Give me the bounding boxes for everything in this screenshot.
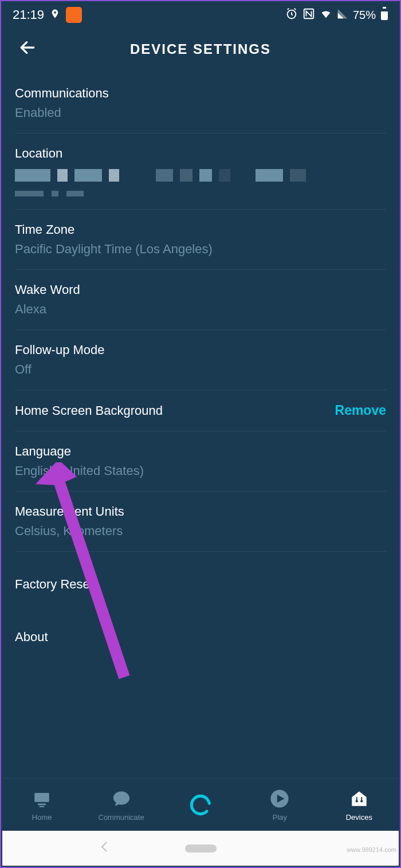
setting-label: Communications [15, 86, 386, 101]
back-arrow-icon[interactable] [18, 38, 37, 61]
setting-value: Pacific Daylight Time (Los Angeles) [15, 242, 386, 257]
svg-rect-17 [361, 797, 362, 800]
setting-location[interactable]: Location [15, 133, 386, 210]
nav-alexa[interactable] [161, 794, 240, 816]
nav-label: Home [32, 813, 52, 822]
setting-factory-reset[interactable]: Factory Reset [15, 564, 386, 604]
svg-rect-16 [356, 797, 357, 800]
nfc-icon [302, 7, 315, 23]
setting-label: About [15, 630, 386, 645]
nav-home[interactable]: Home [2, 788, 81, 822]
setting-about[interactable]: About [15, 617, 386, 657]
alarm-icon [285, 7, 298, 23]
setting-value: Alexa [15, 302, 386, 317]
svg-rect-9 [38, 804, 46, 806]
setting-value: Enabled [15, 105, 386, 120]
setting-measurement[interactable]: Measurement Units Celsius, Kilometers [15, 492, 386, 552]
location-pin-icon [50, 7, 60, 23]
setting-label: Wake Word [15, 282, 386, 297]
svg-rect-10 [40, 806, 45, 807]
bottom-nav: Home Communicate Play Devices [2, 778, 399, 831]
setting-label: Time Zone [15, 222, 386, 237]
sys-home-pill[interactable] [185, 845, 217, 853]
nav-communicate[interactable]: Communicate [81, 788, 160, 822]
setting-followup[interactable]: Follow-up Mode Off [15, 330, 386, 390]
nav-play[interactable]: Play [240, 788, 319, 822]
alexa-icon [190, 794, 211, 816]
home-icon [31, 788, 53, 810]
setting-label: Language [15, 444, 386, 459]
nav-label: Communicate [99, 813, 144, 822]
setting-label: Measurement Units [15, 504, 386, 519]
redacted-location-line2 [15, 191, 386, 197]
devices-icon [348, 788, 370, 810]
settings-list: Communications Enabled Location Time Zon… [1, 73, 400, 657]
setting-timezone[interactable]: Time Zone Pacific Daylight Time (Los Ang… [15, 210, 386, 270]
svg-rect-4 [381, 9, 388, 11]
nav-label: Play [273, 813, 287, 822]
status-left: 21:19 [13, 7, 82, 23]
app-notification-icon [66, 7, 82, 23]
wifi-icon [320, 7, 332, 23]
chat-icon [111, 788, 132, 810]
setting-homescreen-background[interactable]: Home Screen Background Remove [15, 390, 386, 431]
signal-icon [337, 8, 348, 22]
remove-button[interactable]: Remove [335, 403, 386, 418]
setting-wakeword[interactable]: Wake Word Alexa [15, 270, 386, 330]
status-right: 75% [285, 7, 388, 23]
header: DEVICE SETTINGS [1, 29, 400, 73]
status-time: 21:19 [13, 7, 44, 22]
play-icon [269, 788, 290, 810]
page-title: DEVICE SETTINGS [130, 41, 271, 57]
svg-rect-3 [383, 7, 386, 9]
sys-back-icon[interactable] [100, 840, 109, 857]
battery-icon [380, 7, 388, 23]
status-bar: 21:19 75% [1, 1, 400, 29]
setting-label: Follow-up Mode [15, 343, 386, 358]
redacted-location-value [15, 169, 386, 182]
watermark: www.989214.com [347, 846, 396, 853]
system-nav-bar [2, 831, 399, 866]
setting-language[interactable]: Language English (United States) [15, 431, 386, 492]
battery-percent: 75% [353, 9, 376, 22]
setting-value: Celsius, Kilometers [15, 524, 386, 539]
setting-value: English (United States) [15, 464, 386, 478]
setting-label: Home Screen Background [15, 403, 163, 418]
nav-label: Devices [346, 813, 372, 822]
setting-label: Factory Reset [15, 577, 386, 592]
svg-point-11 [190, 792, 211, 818]
setting-label: Location [15, 146, 386, 161]
setting-communications[interactable]: Communications Enabled [15, 73, 386, 133]
setting-value: Off [15, 362, 386, 377]
svg-rect-8 [34, 793, 49, 802]
nav-devices[interactable]: Devices [320, 788, 399, 822]
